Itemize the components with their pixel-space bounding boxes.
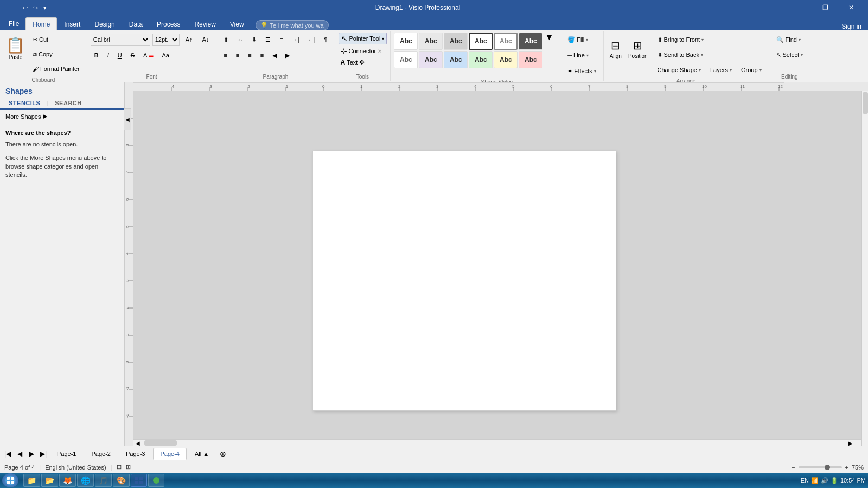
tab-data[interactable]: Data xyxy=(122,17,150,30)
shape-style-6[interactable]: Abc xyxy=(519,33,542,50)
taskbar-media[interactable]: 🎵 xyxy=(95,474,112,487)
taskbar-ie[interactable]: 🌐 xyxy=(77,474,94,487)
italic-button[interactable]: I xyxy=(104,48,113,62)
restore-button[interactable]: ❐ xyxy=(813,0,838,15)
show-hide-button[interactable]: ¶ xyxy=(321,33,331,47)
tab-home[interactable]: Home xyxy=(25,17,57,30)
decrease-indent-button[interactable]: ◀ xyxy=(269,48,280,62)
close-button[interactable]: ✕ xyxy=(839,0,864,15)
page-nav-prev[interactable]: ◀ xyxy=(14,448,25,460)
minimize-button[interactable]: ─ xyxy=(787,0,812,15)
indent-more-button[interactable]: →| xyxy=(288,33,303,47)
font-size-select[interactable]: 12pt. xyxy=(152,34,180,46)
align-bottom-button[interactable]: ⬇ xyxy=(248,33,260,47)
font-color-button[interactable]: A▬ xyxy=(139,48,157,62)
copy-button[interactable]: ⧉ Copy xyxy=(29,47,84,61)
customize-qa-button[interactable]: ▾ xyxy=(41,3,49,12)
shape-style-3[interactable]: Abc xyxy=(444,33,468,50)
page-tab-all[interactable]: All ▲ xyxy=(188,448,216,460)
page-nav-next[interactable]: ▶ xyxy=(26,448,37,460)
page-tab-3[interactable]: Page-3 xyxy=(119,448,152,460)
zoom-in-button[interactable]: + xyxy=(845,464,848,471)
font-case-button[interactable]: Aa xyxy=(158,48,173,62)
start-button[interactable] xyxy=(2,473,18,487)
h-scrollbar[interactable]: ◀ ▶ xyxy=(133,439,861,446)
sign-in-button[interactable]: Sign in xyxy=(835,23,868,30)
bold-button[interactable]: B xyxy=(91,48,103,62)
tab-review[interactable]: Review xyxy=(187,17,222,30)
scroll-right-button[interactable]: ▶ xyxy=(848,440,853,446)
collapse-panel-button[interactable]: ◀ xyxy=(124,108,125,130)
undo-button[interactable]: ↩ xyxy=(21,3,30,12)
view-mode-icon[interactable]: ⊟ xyxy=(117,464,122,471)
cut-button[interactable]: ✂ Cut xyxy=(29,33,84,47)
effects-button[interactable]: ✦ Effects ▾ xyxy=(564,64,599,78)
tab-design[interactable]: Design xyxy=(87,17,122,30)
search-tab[interactable]: SEARCH xyxy=(50,98,86,108)
zoom-out-button[interactable]: − xyxy=(792,464,795,471)
change-shape-button[interactable]: Change Shape ▾ xyxy=(654,63,705,77)
v-scrollbar[interactable] xyxy=(861,91,868,446)
text-move-icon[interactable]: ✥ xyxy=(359,59,365,66)
visio-icon[interactable] xyxy=(4,3,14,12)
taskbar-visio[interactable] xyxy=(131,474,147,487)
connector-close[interactable]: ✕ xyxy=(378,48,382,54)
position-button[interactable]: ⊞ Position xyxy=(626,33,650,65)
drawing-canvas[interactable]: ◀ ▶ xyxy=(133,91,868,446)
tell-me-bar[interactable]: 💡 Tell me what you wa xyxy=(256,20,329,30)
shape-style-2[interactable]: Abc xyxy=(419,33,443,50)
more-shapes-button[interactable]: More Shapes ▶ xyxy=(0,110,124,123)
shape-style-9[interactable]: Abc xyxy=(444,51,468,68)
page-nav-last[interactable]: ▶| xyxy=(38,448,49,460)
indent-less-button[interactable]: ←| xyxy=(304,33,320,47)
taskbar-another[interactable] xyxy=(148,474,164,487)
shape-style-11[interactable]: Abc xyxy=(494,51,518,68)
zoom-slider-thumb[interactable] xyxy=(825,465,830,470)
view-mode-2-icon[interactable]: ⊞ xyxy=(126,464,131,471)
taskbar-paint[interactable]: 🎨 xyxy=(113,474,130,487)
group-button[interactable]: Group ▾ xyxy=(737,63,765,77)
add-page-button[interactable]: ⊕ xyxy=(217,448,229,460)
bring-to-front-button[interactable]: ⬆ Bring to Front ▾ xyxy=(654,33,765,47)
justify-button[interactable]: ≡ xyxy=(257,48,267,62)
align-left-button[interactable]: ≡ xyxy=(220,48,231,62)
tab-file[interactable]: File xyxy=(2,17,25,30)
text-label[interactable]: Text xyxy=(347,59,358,66)
tab-view[interactable]: View xyxy=(223,17,251,30)
taskbar-explorer[interactable]: 📁 xyxy=(23,474,40,487)
page-tab-1[interactable]: Page-1 xyxy=(50,448,83,460)
shape-styles-scroll[interactable]: ▼ xyxy=(544,33,554,42)
fill-button[interactable]: 🪣 Fill ▾ xyxy=(564,33,599,47)
pointer-tool-label[interactable]: Pointer Tool xyxy=(349,35,381,42)
shape-style-1[interactable]: Abc xyxy=(394,33,418,50)
strikethrough-button[interactable]: S xyxy=(127,48,138,62)
increase-indent-button[interactable]: ▶ xyxy=(282,48,293,62)
stencils-tab[interactable]: STENCILS xyxy=(4,98,44,108)
scroll-left-button[interactable]: ◀ xyxy=(136,440,140,446)
bullets-button[interactable]: ☰ xyxy=(261,33,275,47)
decrease-font-button[interactable]: A↓ xyxy=(199,33,213,47)
shape-style-8[interactable]: Abc xyxy=(419,51,443,68)
page-nav-first[interactable]: |◀ xyxy=(2,448,13,460)
shape-style-5[interactable]: Abc xyxy=(494,33,518,50)
taskbar-firefox[interactable]: 🦊 xyxy=(59,474,76,487)
zoom-slider[interactable] xyxy=(799,466,842,468)
find-button[interactable]: 🔍 Find ▾ xyxy=(773,33,805,47)
align-top-button[interactable]: ⬆ xyxy=(220,33,232,47)
shape-style-10[interactable]: Abc xyxy=(469,51,493,68)
underline-button[interactable]: U xyxy=(114,48,126,62)
redo-button[interactable]: ↪ xyxy=(31,3,40,12)
tab-process[interactable]: Process xyxy=(150,17,187,30)
align-center-button[interactable]: ≡ xyxy=(232,48,243,62)
line-button[interactable]: ─ Line ▾ xyxy=(564,48,599,62)
taskbar-folder[interactable]: 📂 xyxy=(41,474,58,487)
zoom-level[interactable]: 75% xyxy=(852,464,864,471)
align-right-button[interactable]: ≡ xyxy=(244,48,255,62)
connector-label[interactable]: Connector xyxy=(349,48,376,54)
v-scrollbar-thumb[interactable] xyxy=(863,92,868,114)
font-family-select[interactable]: Calibri xyxy=(91,34,150,46)
paste-button[interactable]: 📋 Paste xyxy=(3,33,28,65)
pointer-tool-dropdown[interactable]: ▾ xyxy=(382,36,384,41)
h-scrollbar-thumb[interactable] xyxy=(144,440,177,446)
page-tab-4[interactable]: Page-4 xyxy=(153,448,186,460)
